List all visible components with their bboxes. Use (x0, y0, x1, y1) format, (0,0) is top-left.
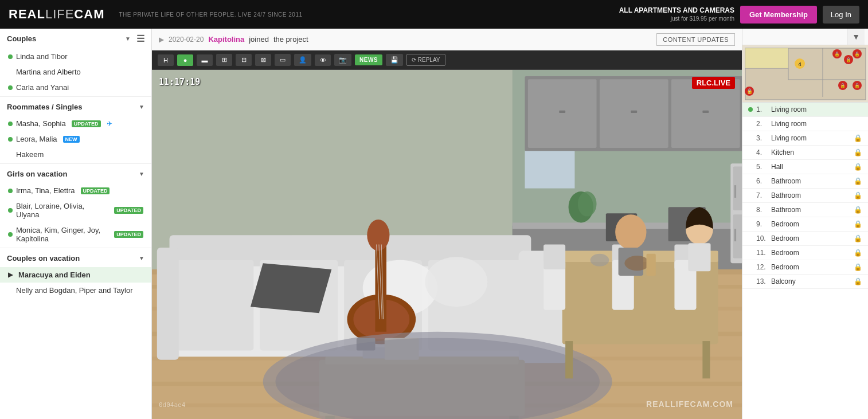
main-content: Couples ▼ ☰ Linda and Tibor Martina and … (0, 29, 868, 419)
camera-number: 1. (756, 105, 768, 113)
camera-active-dot (748, 107, 753, 112)
camera-item-7[interactable]: 8.Bathroom🔒 (742, 203, 868, 217)
wide-button[interactable]: ▭ (275, 54, 291, 66)
notification-date: 2020-02-20 (169, 36, 204, 44)
sidebar-item-linda-tibor[interactable]: Linda and Tibor (0, 49, 151, 64)
sidebar-item-maracuya-eiden[interactable]: ▶ Maracuya and Eiden (0, 267, 151, 283)
camera-name: Bathroom (771, 191, 801, 199)
svg-rect-73 (734, 229, 736, 241)
sidebar-item-label: Carla and Yanai (16, 83, 69, 92)
svg-rect-13 (600, 79, 668, 148)
lock-icon: 🔒 (854, 134, 862, 142)
center-panel: ▶ 2020-02-20 Kapitolina joined the proje… (152, 29, 742, 419)
camera-name: Bedroom (771, 249, 799, 257)
camera-name: Kitchen (771, 148, 794, 156)
rlc-live-badge: RLC.LIVE (692, 77, 735, 89)
sidebar-section-couples[interactable]: Couples ▼ ☰ (0, 29, 151, 49)
nav-arrow-left[interactable]: ▶ (159, 36, 164, 44)
camera-number: 8. (756, 206, 768, 214)
grid6-button[interactable]: ⊟ (236, 54, 252, 66)
camera-item-2[interactable]: 3.Living room🔒 (742, 131, 868, 146)
camera-item-8[interactable]: 9.Bedroom🔒 (742, 217, 868, 232)
header: REALLIFECAM THE PRIVATE LIFE OF OTHER PE… (0, 0, 868, 29)
camera-item-3[interactable]: 4.Kitchen🔒 (742, 146, 868, 160)
svg-point-23 (578, 191, 597, 217)
tagline: THE PRIVATE LIFE OF OTHER PEOPLE. LIVE 2… (119, 11, 302, 18)
video-device-id: 0d04ae4 (159, 401, 185, 409)
sidebar-item-hakeem[interactable]: Hakeem (0, 147, 151, 162)
lock-icon: 🔒 (854, 191, 862, 199)
camera-item-4[interactable]: 5.Hall🔒 (742, 160, 868, 174)
camera-item-6[interactable]: 7.Bathroom🔒 (742, 189, 868, 203)
room-scene (152, 70, 742, 419)
eye-button[interactable]: 👁 (315, 54, 331, 66)
lock-icon: 🔒 (854, 148, 862, 156)
sidebar-section-roommates[interactable]: Roommates / Singles ▼ (0, 98, 151, 116)
couples-vacation-label: Couples on vacation (7, 254, 80, 263)
sidebar-item-nelly-bogdan[interactable]: Nelly and Bogdan, Piper and Taylor (0, 283, 151, 298)
rectangle-button[interactable]: ▬ (197, 54, 213, 66)
get-membership-button[interactable]: Get Membership (740, 6, 817, 24)
sidebar-item-label: Monica, Kim, Ginger, Joy, Kapitolina (16, 226, 108, 243)
sidebar-item-label: Leora, Malia (16, 135, 57, 143)
sidebar-item-leora-malia[interactable]: Leora, Malia NEW (0, 131, 151, 147)
lock-icon: 🔒 (854, 234, 862, 242)
svg-rect-12 (528, 79, 597, 148)
login-button[interactable]: Log In (823, 6, 859, 24)
replay-button[interactable]: ⟳ REPLAY (406, 54, 445, 66)
camera-item-11[interactable]: 12.Bedroom🔒 (742, 260, 868, 275)
camera-item-12[interactable]: 13.Balcony🔒 (742, 275, 868, 289)
roommates-label: Roommates / Singles (7, 103, 82, 111)
save-button[interactable]: 💾 (386, 54, 403, 66)
sidebar-item-blair-loraine[interactable]: Blair, Loraine, Olivia, Ulyana UPDATED (0, 198, 151, 222)
hamburger-icon[interactable]: ☰ (136, 33, 144, 44)
apartment-map: 🔒 4 1 🔒 🔒 🔒 🔒 🔒 (742, 45, 868, 103)
lock-icon: 🔒 (854, 177, 862, 185)
svg-rect-72 (734, 185, 736, 198)
h-button[interactable]: H (158, 54, 174, 66)
right-panel-dropdown[interactable]: ▼ (847, 29, 865, 45)
sidebar-item-masha-sophia[interactable]: Masha, Sophia UPDATED ✈ (0, 116, 151, 131)
green-dot-button[interactable]: ● (177, 54, 193, 66)
camera-item-5[interactable]: 6.Bathroom🔒 (742, 174, 868, 189)
svg-rect-67 (647, 254, 656, 276)
lock-icon: 🔒 (854, 263, 862, 271)
divider (0, 163, 151, 164)
camera-button[interactable]: 📷 (334, 54, 351, 66)
camera-item-1[interactable]: 2.Living room (742, 117, 868, 131)
online-dot (8, 189, 13, 193)
notification-action: joined (249, 35, 269, 44)
sidebar-section-girls-vacation[interactable]: Girls on vacation ▼ (0, 165, 151, 183)
offline-dot (8, 288, 13, 293)
right-panel-header: ▼ (742, 29, 868, 45)
svg-rect-27 (175, 260, 253, 351)
all-apts-subtitle: just for $19.95 per month (619, 15, 734, 22)
sidebar: Couples ▼ ☰ Linda and Tibor Martina and … (0, 29, 152, 419)
lock-icon: 🔒 (854, 249, 862, 257)
new-badge: NEW (63, 136, 80, 143)
camera-item-10[interactable]: 11.Bedroom🔒 (742, 246, 868, 260)
camera-item-0[interactable]: 1.Living room (742, 103, 868, 117)
sidebar-item-irma-tina-elettra[interactable]: Irma, Tina, Elettra UPDATED (0, 183, 151, 198)
grid8-button[interactable]: ⊠ (255, 54, 271, 66)
grid4-button[interactable]: ⊞ (216, 54, 232, 66)
camera-name: Living room (771, 134, 807, 142)
camera-item-9[interactable]: 10.Bedroom🔒 (742, 232, 868, 246)
logo-text: REALLIFECAM (9, 7, 104, 22)
sidebar-item-label: Linda and Tibor (16, 52, 68, 61)
sidebar-item-carla-yanai[interactable]: Carla and Yanai (0, 80, 151, 95)
sidebar-item-martina-alberto[interactable]: Martina and Alberto (0, 64, 151, 80)
sidebar-item-monica-kim[interactable]: Monica, Kim, Ginger, Joy, Kapitolina UPD… (0, 222, 151, 246)
divider (0, 248, 151, 248)
couples-vacation-chevron: ▼ (139, 255, 144, 261)
svg-rect-32 (157, 248, 179, 360)
content-updates-button[interactable]: CONTENT UPDATES (656, 33, 735, 46)
svg-point-39 (367, 220, 389, 250)
online-dot (8, 122, 13, 126)
svg-rect-55 (702, 341, 710, 378)
updated-badge: UPDATED (81, 187, 110, 194)
person-button[interactable]: 👤 (294, 54, 311, 66)
svg-text:🔒: 🔒 (854, 51, 860, 57)
news-button[interactable]: NEWS (355, 54, 382, 65)
sidebar-section-couples-vacation[interactable]: Couples on vacation ▼ (0, 249, 151, 267)
